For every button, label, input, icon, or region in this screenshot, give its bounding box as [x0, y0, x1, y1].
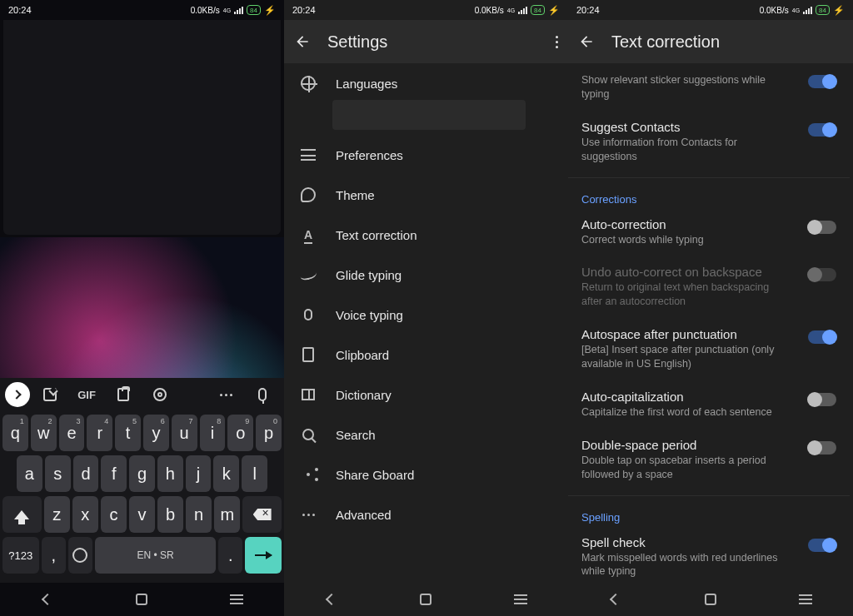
status-icons: 0.0KB/s 4G 84 ⚡ — [191, 5, 276, 16]
nav-home[interactable] — [696, 591, 726, 608]
languages-value-chip[interactable] — [332, 100, 526, 130]
settings-item-glide[interactable]: Glide typing — [284, 255, 568, 295]
back-button[interactable] — [578, 33, 595, 50]
item-double-space-period[interactable]: Double-space period Double tap on spaceb… — [568, 430, 850, 492]
key-d[interactable]: d — [73, 455, 99, 492]
more-button[interactable] — [209, 382, 242, 407]
key-s[interactable]: s — [45, 455, 71, 492]
toggle-auto-capitalization[interactable] — [808, 393, 836, 406]
back-button[interactable] — [294, 33, 311, 50]
nav-recent[interactable] — [791, 591, 821, 608]
nav-back[interactable] — [601, 591, 631, 608]
key-period[interactable]: . — [218, 537, 242, 574]
key-v[interactable]: v — [129, 496, 155, 533]
section-corrections: Corrections — [568, 181, 850, 209]
settings-item-clipboard[interactable]: Clipboard — [284, 335, 568, 375]
settings-item-label: Search — [336, 428, 376, 442]
key-f[interactable]: f — [101, 455, 127, 492]
key-l[interactable]: l — [242, 455, 267, 492]
key-r[interactable]: r4 — [87, 415, 112, 451]
nav-recent[interactable] — [222, 591, 252, 608]
settings-item-dictionary[interactable]: Dictionary — [284, 375, 568, 415]
settings-item-share[interactable]: Share Gboard — [284, 455, 568, 494]
settings-item-text-correction[interactable]: A Text correction — [284, 215, 568, 255]
settings-item-advanced[interactable]: Advanced — [284, 494, 568, 534]
back-icon — [326, 594, 337, 605]
key-x[interactable]: x — [72, 496, 98, 533]
settings-item-label: Voice typing — [336, 308, 403, 322]
page-title: Text correction — [611, 32, 720, 52]
key-m[interactable]: m — [214, 496, 240, 533]
item-auto-correction[interactable]: Auto-correction Correct words while typi… — [568, 209, 850, 257]
palette-icon — [301, 187, 316, 202]
item-auto-capitalization[interactable]: Auto-capitalization Capitalize the first… — [568, 381, 850, 430]
item-sticker-suggestions[interactable]: Show relevant sticker suggestions while … — [568, 63, 850, 112]
nav-recent[interactable] — [506, 591, 536, 608]
key-space[interactable]: EN • SR — [95, 537, 216, 574]
key-c[interactable]: c — [101, 496, 127, 533]
overflow-menu-button[interactable] — [556, 36, 558, 48]
nav-home[interactable] — [411, 591, 441, 608]
key-h[interactable]: h — [157, 455, 183, 492]
key-n[interactable]: n — [186, 496, 212, 533]
toggle-auto-correction[interactable] — [808, 221, 836, 234]
item-sub: Return to original text when backspacing… — [581, 281, 791, 309]
page-title: Settings — [327, 32, 387, 52]
settings-item-search[interactable]: Search — [284, 415, 568, 455]
item-autospace[interactable]: Autospace after punctuation [Beta] Inser… — [568, 319, 850, 381]
nav-home[interactable] — [127, 591, 157, 608]
key-e[interactable]: e3 — [59, 415, 85, 451]
key-p[interactable]: p0 — [256, 415, 282, 451]
settings-item-theme[interactable]: Theme — [284, 175, 568, 215]
key-g[interactable]: g — [129, 455, 155, 492]
nav-back[interactable] — [317, 591, 347, 608]
item-suggest-contacts[interactable]: Suggest Contacts Use information from Co… — [568, 112, 850, 174]
toggle-double-space-period[interactable] — [808, 441, 836, 455]
settings-item-languages[interactable]: Languages — [284, 63, 568, 103]
nav-back[interactable] — [32, 591, 62, 608]
key-u[interactable]: u7 — [172, 415, 197, 451]
clipboard-button[interactable] — [107, 382, 140, 407]
toggle-sticker-suggestions[interactable] — [808, 75, 836, 88]
toggle-spell-check[interactable] — [808, 539, 836, 552]
settings-list[interactable]: Languages Preferences Theme A Text corre… — [284, 63, 568, 583]
key-backspace[interactable] — [242, 496, 282, 533]
key-k[interactable]: k — [213, 455, 239, 492]
key-o[interactable]: o9 — [227, 415, 253, 451]
key-enter[interactable] — [245, 537, 282, 574]
item-title: Double-space period — [581, 438, 791, 452]
text-correction-list[interactable]: Show relevant sticker suggestions while … — [568, 63, 853, 583]
key-j[interactable]: j — [186, 455, 212, 492]
key-comma[interactable]: , — [42, 537, 66, 574]
enter-icon — [255, 550, 272, 560]
settings-item-preferences[interactable]: Preferences — [284, 135, 568, 175]
key-shift[interactable] — [2, 496, 42, 533]
signal-icon — [234, 7, 243, 14]
settings-button[interactable] — [143, 382, 177, 407]
sticker-button[interactable] — [33, 382, 67, 407]
settings-item-label: Text correction — [336, 228, 417, 242]
toolbar-expand-button[interactable] — [5, 382, 30, 407]
item-spell-check[interactable]: Spell check Mark misspelled words with r… — [568, 527, 850, 584]
key-symbols[interactable]: ?123 — [2, 537, 39, 574]
toggle-autospace[interactable] — [808, 330, 836, 344]
section-spelling: Spelling — [568, 499, 850, 527]
gif-button[interactable]: GIF — [70, 382, 103, 407]
key-a[interactable]: a — [17, 455, 42, 492]
app-dark-sheet — [3, 20, 281, 235]
status-bar: 20:24 0.0KB/s 4G 84 ⚡ — [568, 0, 853, 20]
key-w[interactable]: w2 — [31, 415, 57, 451]
key-i[interactable]: i8 — [200, 415, 226, 451]
key-emoji[interactable] — [68, 537, 92, 574]
voice-input-button[interactable] — [246, 382, 279, 407]
key-q[interactable]: q1 — [2, 415, 28, 451]
key-t[interactable]: t5 — [115, 415, 141, 451]
toggle-suggest-contacts[interactable] — [808, 123, 836, 137]
key-z[interactable]: z — [44, 496, 70, 533]
key-row-2: a s d f g h j k l — [2, 455, 282, 492]
home-icon — [705, 594, 716, 605]
settings-item-voice[interactable]: Voice typing — [284, 295, 568, 335]
key-b[interactable]: b — [157, 496, 183, 533]
key-y[interactable]: y6 — [143, 415, 169, 451]
charging-icon: ⚡ — [833, 5, 845, 16]
